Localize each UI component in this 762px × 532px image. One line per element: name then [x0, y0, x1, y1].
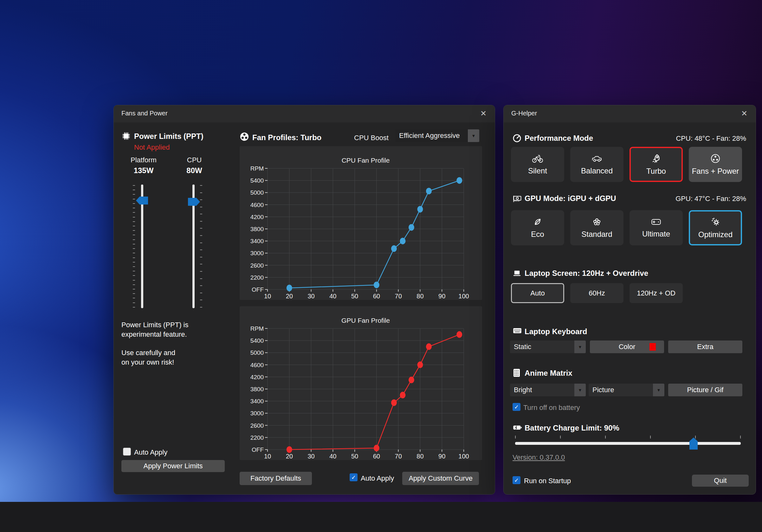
bicycle-icon [532, 154, 543, 163]
svg-text:3400: 3400 [251, 398, 264, 405]
svg-text:100: 100 [458, 293, 469, 300]
keyboard-mode-select[interactable]: Static ▼ [510, 341, 586, 353]
svg-text:40: 40 [329, 293, 336, 300]
cpu-label: CPU [175, 156, 213, 164]
gpu-fan-chart-panel[interactable]: RPM540050004600420038003400300026002200O… [240, 306, 482, 460]
gpu-card-icon [512, 194, 522, 203]
keyboard-mode-value: Static [510, 341, 574, 353]
screen-auto-button[interactable]: Auto [511, 283, 564, 303]
power-limits-status: Not Applied [134, 143, 170, 152]
svg-text:60: 60 [373, 293, 380, 300]
svg-text:30: 30 [307, 453, 314, 460]
power-limits-header: Power Limits (PPT) [134, 132, 203, 141]
laptop-keyboard-header: Laptop Keyboard [525, 327, 587, 336]
chevron-down-icon[interactable]: ▼ [653, 384, 664, 396]
perf-mode-balanced-button[interactable]: Balanced [570, 147, 624, 182]
fan-profiles-header: Fan Profiles: Turbo [252, 133, 321, 142]
chevron-down-icon[interactable]: ▼ [574, 384, 586, 396]
battery-slider-thumb[interactable] [689, 437, 698, 450]
svg-text:90: 90 [438, 293, 445, 300]
svg-text:40: 40 [329, 453, 336, 460]
cpu-slider-thumb[interactable] [188, 198, 200, 206]
ghelper-titlebar[interactable]: G-Helper ✕ [504, 105, 756, 122]
auto-apply-curve-checkbox[interactable]: ✓ [349, 473, 357, 481]
anime-brightness-select[interactable]: Bright ▼ [510, 384, 586, 396]
svg-text:30: 30 [307, 293, 314, 300]
performance-mode-header: Performance Mode [525, 134, 593, 143]
ghelper-title: G-Helper [511, 110, 537, 117]
apply-power-limits-button[interactable]: Apply Power Limits [121, 460, 225, 472]
quit-button[interactable]: Quit [692, 475, 749, 487]
close-icon[interactable]: ✕ [480, 109, 487, 118]
svg-text:RPM: RPM [251, 325, 264, 332]
svg-text:4200: 4200 [251, 374, 264, 380]
auto-apply-curve-label: Auto Apply [361, 474, 394, 483]
svg-text:5000: 5000 [251, 349, 264, 356]
laptop-screen-header: Laptop Screen: 120Hz + Overdrive [525, 269, 648, 278]
keyboard-color-button[interactable]: Color [590, 341, 664, 353]
svg-text:4200: 4200 [251, 214, 264, 220]
anime-matrix-header: Anime Matrix [525, 369, 572, 378]
svg-text:3000: 3000 [251, 410, 264, 417]
version-link[interactable]: Version: 0.37.0.0 [512, 453, 565, 462]
gpu-mode-standard-button[interactable]: Standard [570, 210, 624, 245]
svg-text:5400: 5400 [251, 177, 264, 184]
gpu-mode-eco-button[interactable]: Eco [511, 210, 564, 245]
cpu-boost-select[interactable]: Efficient Aggressive ▼ [395, 129, 479, 142]
chevron-down-icon[interactable]: ▼ [574, 341, 586, 353]
color-swatch [649, 343, 656, 351]
run-on-startup-label: Run on Startup [524, 477, 571, 485]
car-icon [591, 154, 603, 163]
fan-icon [710, 153, 721, 164]
perf-mode-turbo-button[interactable]: Turbo [630, 147, 683, 182]
auto-apply-power-label: Auto Apply [134, 448, 167, 457]
svg-text:10: 10 [264, 293, 271, 300]
screen-120hz-od-button[interactable]: 120Hz + OD [630, 283, 683, 303]
cpu-value: 80W [175, 166, 213, 175]
factory-defaults-button[interactable]: Factory Defaults [240, 472, 312, 485]
gear-sparkle-icon [710, 217, 721, 227]
gpu-mode-optimized-button[interactable]: Optimized [689, 210, 742, 245]
cpu-fan-chart-panel[interactable]: RPM540050004600420038003400300026002200O… [240, 146, 482, 300]
perf-mode-fans-power-button[interactable]: Fans + Power [689, 147, 742, 182]
auto-apply-power-checkbox[interactable] [123, 448, 131, 456]
svg-text:50: 50 [351, 293, 358, 300]
anime-mode-select[interactable]: Picture ▼ [589, 384, 664, 396]
run-on-startup-checkbox[interactable]: ✓ [512, 476, 520, 484]
keyboard-extra-button[interactable]: Extra [668, 341, 742, 353]
svg-text:20: 20 [286, 453, 293, 460]
svg-text:70: 70 [395, 453, 402, 460]
turn-off-on-battery-label: Turn off on battery [523, 404, 580, 412]
svg-text:50: 50 [351, 453, 358, 460]
fans-window-titlebar[interactable]: Fans and Power ✕ [114, 105, 495, 122]
laptop-icon [512, 269, 521, 278]
close-icon[interactable]: ✕ [741, 109, 747, 118]
svg-text:2200: 2200 [251, 274, 264, 281]
screen-60hz-button[interactable]: 60Hz [570, 283, 624, 303]
gpu-mode-ultimate-button[interactable]: Ultimate [630, 210, 683, 245]
apply-custom-curve-button[interactable]: Apply Custom Curve [402, 472, 479, 485]
svg-text:90: 90 [438, 453, 445, 460]
fans-and-power-window: Fans and Power ✕ Power Limits (PPT) Not … [114, 105, 495, 494]
picture-gif-button[interactable]: Picture / Gif [668, 384, 742, 396]
svg-text:60: 60 [373, 453, 380, 460]
gpu-temp-fan-stat: GPU: 47°C - Fan: 28% [675, 195, 746, 203]
battery-charge-limit-header: Battery Charge Limit: 90% [525, 423, 619, 432]
svg-text:2600: 2600 [251, 422, 264, 429]
platform-label: Platform [124, 156, 163, 164]
turn-off-on-battery-checkbox[interactable]: ✓ [512, 403, 520, 411]
gpu-mode-header: GPU Mode: iGPU + dGPU [525, 194, 616, 203]
fans-window-title: Fans and Power [121, 110, 168, 117]
svg-text:RPM: RPM [251, 165, 264, 172]
svg-text:80: 80 [417, 453, 423, 460]
gpu-fan-chart[interactable]: RPM540050004600420038003400300026002200O… [240, 306, 482, 460]
gauge-icon [512, 134, 521, 143]
power-limits-warning-2: Use carefully and on your own risk! [121, 348, 175, 367]
chevron-down-icon[interactable]: ▼ [468, 129, 479, 142]
cpu-fan-chart[interactable]: RPM540050004600420038003400300026002200O… [240, 146, 482, 300]
svg-text:100: 100 [458, 453, 469, 460]
perf-mode-silent-button[interactable]: Silent [511, 147, 564, 182]
leaf-icon [533, 217, 542, 227]
battery-slider-track[interactable] [515, 442, 741, 445]
platform-slider-thumb[interactable] [136, 196, 148, 204]
